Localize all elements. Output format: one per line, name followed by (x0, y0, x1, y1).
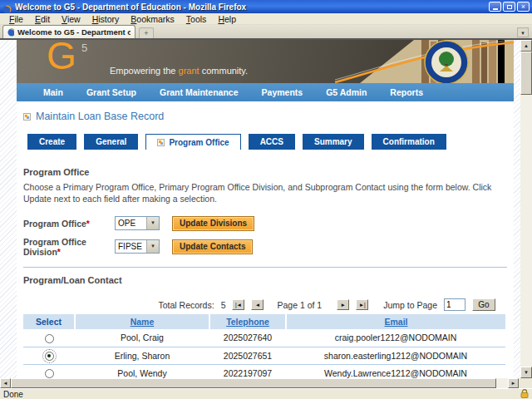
titlebar[interactable]: Welcome to G5 - Department of Education … (0, 0, 532, 13)
scroll-right-button[interactable]: ► (508, 378, 519, 388)
record-tabs: CreateGeneralProgram OfficeACCSSummaryCo… (23, 134, 507, 150)
g5-logo-5: 5 (81, 42, 87, 54)
chevron-down-icon[interactable]: ▼ (146, 240, 159, 253)
go-button[interactable]: Go (472, 298, 495, 311)
contact-telephone: 2022197097 (209, 364, 286, 378)
tab-favicon (7, 28, 14, 37)
g5-banner: G 5 Empowering the grant community. (17, 40, 514, 83)
program-office-division-select[interactable]: FIPSE ▼ (115, 239, 160, 254)
section-divider (23, 267, 507, 268)
tab-bar: Welcome to G5 - Department of Edu... + ▾ (0, 25, 532, 38)
banner-library-art (335, 40, 514, 83)
firefox-icon (2, 2, 12, 12)
program-office-division-row: Program Office Division* FIPSE ▼ Update … (23, 239, 507, 254)
menu-bookmarks[interactable]: Bookmarks (125, 14, 180, 24)
column-header-email[interactable]: Email (286, 314, 505, 329)
page-viewport: G 5 Empowering the grant community. Main… (0, 40, 520, 378)
page-title: Maintain Loan Base Record (36, 111, 164, 122)
tab-general[interactable]: General (84, 134, 138, 150)
page-indicator: Page 1 of 1 (277, 300, 322, 310)
nav-g5-admin[interactable]: G5 Admin (314, 87, 378, 97)
page-heading: Maintain Loan Base Record (23, 111, 507, 122)
prev-page-button[interactable]: ◄ (251, 299, 264, 310)
update-divisions-button[interactable]: Update Divisions (172, 216, 254, 231)
select-radio[interactable] (45, 369, 54, 378)
program-office-division-label: Program Office Division* (23, 237, 115, 257)
contact-email: sharon.easterling1212@NODOMAIN (286, 347, 505, 364)
contact-email: craig.pooler1212@NODOMAIN (286, 329, 505, 347)
tab-label: Summary (314, 137, 352, 146)
tab-label: ACCS (260, 137, 283, 146)
table-row: Pool, Craig2025027640craig.pooler1212@NO… (23, 329, 505, 347)
program-office-label: Program Office* (23, 219, 115, 229)
doe-seal (425, 41, 468, 83)
tab-accs[interactable]: ACCS (249, 134, 295, 150)
column-header-select: Select (23, 314, 75, 329)
contact-name: Pool, Wendy (75, 364, 209, 378)
g5-logo: G (47, 40, 76, 78)
lock-icon (520, 389, 529, 399)
tab-label: Program Office (169, 138, 229, 147)
scroll-left-button[interactable]: ◄ (0, 378, 11, 388)
table-row: Pool, Wendy2022197097Wendy.Lawrence1212@… (23, 364, 505, 378)
tab-program-office[interactable]: Program Office (145, 134, 240, 150)
last-page-button[interactable]: ►| (356, 299, 368, 310)
nav-reports[interactable]: Reports (378, 87, 435, 97)
contact-section-title: Program/Loan Contact (23, 275, 507, 285)
update-contacts-button[interactable]: Update Contacts (172, 239, 253, 254)
column-header-name[interactable]: Name (75, 314, 209, 329)
horizontal-scroll-thumb[interactable] (11, 378, 496, 388)
menu-view[interactable]: View (56, 14, 86, 24)
placeholder-image-icon (23, 113, 31, 121)
table-row: Erling, Sharon2025027651sharon.easterlin… (23, 347, 505, 364)
browser-tab-title: Welcome to G5 - Department of Edu... (17, 27, 131, 37)
menu-history[interactable]: History (86, 14, 126, 24)
contact-telephone: 2025027651 (209, 347, 286, 364)
chevron-down-icon[interactable]: ▼ (146, 217, 159, 229)
section-title: Program Office (23, 167, 507, 177)
new-tab-button[interactable]: + (139, 27, 154, 38)
scroll-down-button[interactable]: ▼ (520, 367, 532, 378)
pagination-bar: Total Records: 5 |◄ ◄ Page 1 of 1 ► ►| J… (23, 298, 507, 311)
scrollbar-corner (519, 378, 532, 388)
menu-tools[interactable]: Tools (180, 14, 213, 24)
menu-help[interactable]: Help (212, 14, 242, 24)
tab-label: Create (39, 137, 65, 146)
program-office-select[interactable]: OPE ▼ (115, 216, 160, 230)
menubar: FileEditViewHistoryBookmarksToolsHelp (0, 13, 532, 25)
nav-payments[interactable]: Payments (250, 87, 315, 97)
horizontal-scrollbar[interactable]: ◄ ► (0, 378, 519, 388)
select-radio[interactable] (45, 334, 54, 343)
tab-confirmation[interactable]: Confirmation (372, 134, 446, 150)
vertical-scrollbar[interactable]: ▲ ▼ (520, 40, 532, 378)
tab-summary[interactable]: Summary (303, 134, 364, 150)
first-page-button[interactable]: |◄ (232, 299, 244, 310)
tab-list-dropdown-button[interactable]: ▾ (517, 27, 529, 37)
total-records-label: Total Records: (159, 300, 214, 310)
minimize-button[interactable] (489, 2, 501, 12)
close-button[interactable]: × (517, 2, 530, 12)
nav-main[interactable]: Main (32, 87, 75, 97)
contact-name: Erling, Sharon (75, 347, 209, 364)
status-text: Done (3, 390, 23, 399)
browser-tab[interactable]: Welcome to G5 - Department of Edu... (2, 25, 135, 38)
nav-grant-maintenance[interactable]: Grant Maintenance (148, 87, 250, 97)
vertical-scroll-thumb[interactable] (520, 52, 532, 95)
browser-window: Welcome to G5 - Department of Education … (0, 0, 532, 399)
tab-create[interactable]: Create (27, 134, 76, 150)
nav-grant-setup[interactable]: Grant Setup (75, 87, 148, 97)
restore-button[interactable] (503, 2, 515, 12)
tab-label: General (96, 137, 126, 146)
jump-to-page-input[interactable] (444, 298, 466, 311)
column-header-telephone[interactable]: Telephone (209, 314, 286, 329)
table-header-row: SelectNameTelephoneEmail (23, 314, 505, 329)
status-bar: Done (0, 388, 532, 399)
menu-edit[interactable]: Edit (29, 14, 56, 24)
total-records-value: 5 (221, 300, 226, 310)
select-radio[interactable] (45, 352, 54, 361)
next-page-button[interactable]: ► (337, 299, 349, 310)
scroll-up-button[interactable]: ▲ (520, 40, 532, 52)
menu-file[interactable]: File (3, 14, 29, 24)
section-description: Choose a Primary Program Office, Primary… (23, 181, 509, 204)
window-title: Welcome to G5 - Department of Education … (15, 2, 489, 12)
